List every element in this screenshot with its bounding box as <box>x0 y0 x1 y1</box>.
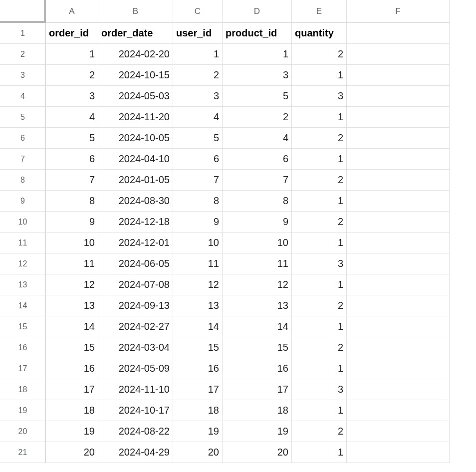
cell-order-id[interactable]: 5 <box>46 128 98 149</box>
spreadsheet-grid[interactable]: A B C D E F 1 order_id order_date user_i… <box>0 0 476 463</box>
cell-order-date[interactable]: 2024-11-20 <box>98 107 173 128</box>
header-quantity[interactable]: quantity <box>292 23 347 44</box>
row-header[interactable]: 11 <box>0 233 46 253</box>
row-header[interactable]: 14 <box>0 295 46 316</box>
cell-user-id[interactable]: 9 <box>173 212 223 233</box>
cell-empty[interactable] <box>347 128 450 149</box>
cell-order-id[interactable]: 14 <box>46 316 98 337</box>
col-header-e[interactable]: E <box>292 0 347 23</box>
cell-order-id[interactable]: 9 <box>46 212 98 233</box>
cell-order-id[interactable]: 4 <box>46 107 98 128</box>
cell-user-id[interactable]: 10 <box>173 233 223 253</box>
cell-order-date[interactable]: 2024-04-29 <box>98 442 173 463</box>
cell-quantity[interactable]: 1 <box>292 442 347 463</box>
col-header-b[interactable]: B <box>98 0 173 23</box>
cell-product-id[interactable]: 11 <box>223 253 292 274</box>
cell-empty[interactable] <box>347 379 450 400</box>
select-all-corner[interactable] <box>0 0 46 23</box>
cell-user-id[interactable]: 7 <box>173 170 223 191</box>
cell-empty[interactable] <box>347 107 450 128</box>
cell-order-date[interactable]: 2024-09-13 <box>98 295 173 316</box>
cell-product-id[interactable]: 10 <box>223 233 292 253</box>
row-header[interactable]: 10 <box>0 212 46 233</box>
cell-empty[interactable] <box>347 421 450 442</box>
cell-order-date[interactable]: 2024-05-09 <box>98 358 173 379</box>
cell-order-date[interactable]: 2024-05-03 <box>98 86 173 107</box>
cell-empty[interactable] <box>347 337 450 358</box>
cell-product-id[interactable]: 17 <box>223 379 292 400</box>
cell-order-date[interactable]: 2024-10-17 <box>98 400 173 421</box>
header-user-id[interactable]: user_id <box>173 23 223 44</box>
cell-product-id[interactable]: 12 <box>223 274 292 295</box>
cell-user-id[interactable]: 15 <box>173 337 223 358</box>
cell-quantity[interactable]: 2 <box>292 337 347 358</box>
cell-user-id[interactable]: 12 <box>173 274 223 295</box>
cell-empty[interactable] <box>347 191 450 212</box>
cell-empty[interactable] <box>347 170 450 191</box>
row-header[interactable]: 19 <box>0 400 46 421</box>
cell-order-date[interactable]: 2024-07-08 <box>98 274 173 295</box>
cell-empty[interactable] <box>347 23 450 44</box>
header-order-id[interactable]: order_id <box>46 23 98 44</box>
cell-order-date[interactable]: 2024-12-18 <box>98 212 173 233</box>
cell-user-id[interactable]: 6 <box>173 149 223 170</box>
row-header[interactable]: 16 <box>0 337 46 358</box>
cell-order-date[interactable]: 2024-06-05 <box>98 253 173 274</box>
row-header[interactable]: 17 <box>0 358 46 379</box>
col-header-d[interactable]: D <box>223 0 292 23</box>
cell-order-id[interactable]: 16 <box>46 358 98 379</box>
cell-product-id[interactable]: 15 <box>223 337 292 358</box>
row-header[interactable]: 20 <box>0 421 46 442</box>
header-product-id[interactable]: product_id <box>223 23 292 44</box>
cell-product-id[interactable]: 13 <box>223 295 292 316</box>
cell-order-id[interactable]: 1 <box>46 44 98 65</box>
cell-order-date[interactable]: 2024-08-30 <box>98 191 173 212</box>
col-header-c[interactable]: C <box>173 0 223 23</box>
cell-product-id[interactable]: 9 <box>223 212 292 233</box>
cell-order-date[interactable]: 2024-10-15 <box>98 65 173 86</box>
cell-quantity[interactable]: 2 <box>292 44 347 65</box>
cell-quantity[interactable]: 2 <box>292 212 347 233</box>
row-header[interactable]: 9 <box>0 191 46 212</box>
cell-user-id[interactable]: 18 <box>173 400 223 421</box>
row-header[interactable]: 21 <box>0 442 46 463</box>
cell-user-id[interactable]: 8 <box>173 191 223 212</box>
col-header-f[interactable]: F <box>347 0 450 23</box>
cell-quantity[interactable]: 1 <box>292 233 347 253</box>
cell-empty[interactable] <box>347 358 450 379</box>
cell-order-id[interactable]: 13 <box>46 295 98 316</box>
cell-quantity[interactable]: 1 <box>292 316 347 337</box>
cell-empty[interactable] <box>347 316 450 337</box>
row-header[interactable]: 5 <box>0 107 46 128</box>
cell-product-id[interactable]: 20 <box>223 442 292 463</box>
cell-order-date[interactable]: 2024-12-01 <box>98 233 173 253</box>
row-header[interactable]: 15 <box>0 316 46 337</box>
cell-user-id[interactable]: 2 <box>173 65 223 86</box>
cell-quantity[interactable]: 1 <box>292 191 347 212</box>
cell-quantity[interactable]: 1 <box>292 274 347 295</box>
cell-product-id[interactable]: 8 <box>223 191 292 212</box>
row-header[interactable]: 2 <box>0 44 46 65</box>
cell-product-id[interactable]: 1 <box>223 44 292 65</box>
cell-product-id[interactable]: 14 <box>223 316 292 337</box>
cell-user-id[interactable]: 14 <box>173 316 223 337</box>
cell-order-id[interactable]: 18 <box>46 400 98 421</box>
cell-order-date[interactable]: 2024-01-05 <box>98 170 173 191</box>
header-order-date[interactable]: order_date <box>98 23 173 44</box>
cell-quantity[interactable]: 3 <box>292 379 347 400</box>
cell-empty[interactable] <box>347 442 450 463</box>
cell-order-date[interactable]: 2024-11-10 <box>98 379 173 400</box>
cell-user-id[interactable]: 17 <box>173 379 223 400</box>
cell-product-id[interactable]: 19 <box>223 421 292 442</box>
cell-empty[interactable] <box>347 149 450 170</box>
cell-quantity[interactable]: 3 <box>292 86 347 107</box>
cell-quantity[interactable]: 1 <box>292 107 347 128</box>
cell-empty[interactable] <box>347 295 450 316</box>
cell-product-id[interactable]: 16 <box>223 358 292 379</box>
cell-empty[interactable] <box>347 253 450 274</box>
cell-order-id[interactable]: 12 <box>46 274 98 295</box>
cell-order-id[interactable]: 8 <box>46 191 98 212</box>
cell-user-id[interactable]: 13 <box>173 295 223 316</box>
cell-quantity[interactable]: 2 <box>292 128 347 149</box>
cell-order-date[interactable]: 2024-02-20 <box>98 44 173 65</box>
